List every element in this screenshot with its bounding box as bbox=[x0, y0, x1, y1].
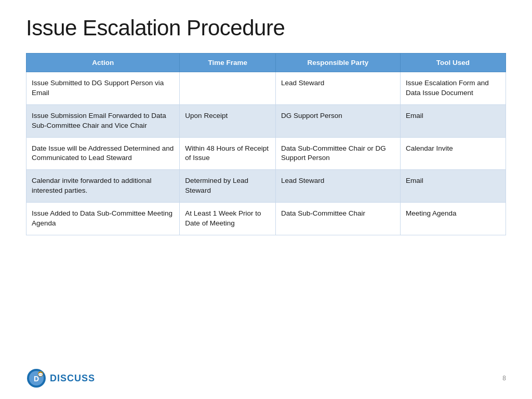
cell-tool: Meeting Agenda bbox=[400, 203, 506, 235]
logo-label: DISCUSS bbox=[50, 373, 95, 384]
slide: Issue Escalation Procedure Action Time F… bbox=[0, 0, 532, 399]
cell-action: Calendar invite forwarded to additional … bbox=[26, 170, 180, 203]
cell-tool: Email bbox=[400, 104, 506, 137]
cell-timeframe bbox=[180, 72, 276, 105]
cell-action: Date Issue will be Addressed Determined … bbox=[26, 137, 180, 170]
logo-area: D 💬 DISCUSS bbox=[26, 368, 95, 389]
cell-responsible: Data Sub-Committee Chair bbox=[275, 203, 400, 235]
header-timeframe: Time Frame bbox=[180, 54, 276, 72]
table-row: Issue Submission Email Forwarded to Data… bbox=[26, 104, 506, 137]
table-row: Calendar invite forwarded to additional … bbox=[26, 170, 506, 203]
cell-tool: Calendar Invite bbox=[400, 137, 506, 170]
cell-responsible: Lead Steward bbox=[275, 72, 400, 105]
cell-responsible: DG Support Person bbox=[275, 104, 400, 137]
cell-timeframe: Within 48 Hours of Receipt of Issue bbox=[180, 137, 276, 170]
svg-text:💬: 💬 bbox=[38, 372, 43, 377]
header-responsible: Responsible Party bbox=[275, 54, 400, 72]
table-row: Issue Added to Data Sub-Committee Meetin… bbox=[26, 203, 506, 235]
header-tool: Tool Used bbox=[400, 54, 506, 72]
cell-action: Issue Submitted to DG Support Person via… bbox=[26, 72, 180, 105]
slide-title: Issue Escalation Procedure bbox=[26, 16, 506, 41]
cell-tool: Issue Escalation Form and Data Issue Doc… bbox=[400, 72, 506, 105]
cell-responsible: Lead Steward bbox=[275, 170, 400, 203]
cell-timeframe: At Least 1 Week Prior to Date of Meeting bbox=[180, 203, 276, 235]
page-number: 8 bbox=[502, 375, 506, 382]
table-row: Date Issue will be Addressed Determined … bbox=[26, 137, 506, 170]
cell-tool: Email bbox=[400, 170, 506, 203]
logo-icon: D 💬 bbox=[26, 368, 47, 389]
cell-action: Issue Submission Email Forwarded to Data… bbox=[26, 104, 180, 137]
table-row: Issue Submitted to DG Support Person via… bbox=[26, 72, 506, 105]
slide-footer: D 💬 DISCUSS 8 bbox=[26, 364, 506, 389]
cell-action: Issue Added to Data Sub-Committee Meetin… bbox=[26, 203, 180, 235]
cell-responsible: Data Sub-Committee Chair or DG Support P… bbox=[275, 137, 400, 170]
cell-timeframe: Determined by Lead Steward bbox=[180, 170, 276, 203]
cell-timeframe: Upon Receipt bbox=[180, 104, 276, 137]
escalation-table: Action Time Frame Responsible Party Tool… bbox=[26, 53, 506, 235]
header-action: Action bbox=[26, 54, 180, 72]
